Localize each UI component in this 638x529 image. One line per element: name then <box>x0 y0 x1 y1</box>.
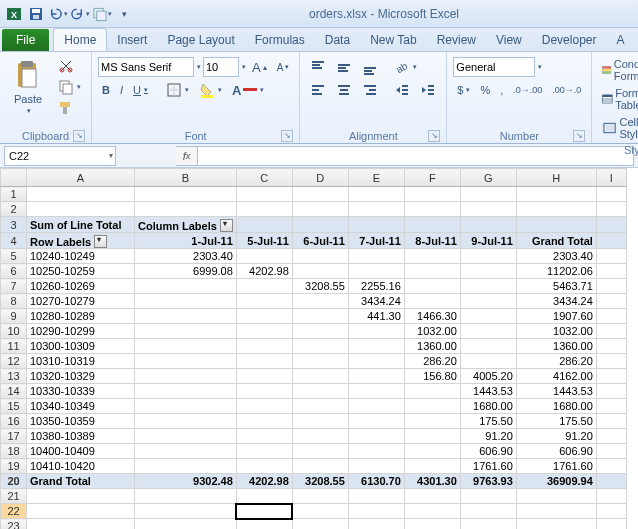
cell[interactable]: 10410-10420 <box>27 459 135 474</box>
increase-decimal-button[interactable]: .0→.00 <box>509 80 546 100</box>
cut-button[interactable] <box>54 56 85 76</box>
cell[interactable]: 7-Jul-11 <box>348 233 404 249</box>
cell[interactable] <box>348 414 404 429</box>
worksheet-grid[interactable]: A B C D E F G H I 123Sum of Line TotalCo… <box>0 168 638 529</box>
cell[interactable] <box>292 489 348 504</box>
cell[interactable] <box>292 324 348 339</box>
cell[interactable] <box>596 217 626 233</box>
cell[interactable] <box>292 459 348 474</box>
row-header[interactable]: 13 <box>1 369 27 384</box>
row-header[interactable]: 19 <box>1 459 27 474</box>
cell[interactable] <box>135 504 237 519</box>
cell[interactable] <box>292 294 348 309</box>
file-tab[interactable]: File <box>2 29 49 51</box>
cell[interactable] <box>516 519 596 530</box>
cell[interactable] <box>596 294 626 309</box>
cell[interactable]: 8-Jul-11 <box>404 233 460 249</box>
tab-view[interactable]: View <box>486 29 532 51</box>
cell[interactable]: 4005.20 <box>460 369 516 384</box>
cell[interactable]: 10260-10269 <box>27 279 135 294</box>
shrink-font-button[interactable]: A▾ <box>273 57 294 77</box>
cell[interactable]: 3434.24 <box>516 294 596 309</box>
cell[interactable] <box>404 384 460 399</box>
cell[interactable]: 2303.40 <box>135 249 237 264</box>
cell[interactable] <box>236 309 292 324</box>
column-filter-button[interactable] <box>220 219 233 232</box>
cell[interactable] <box>460 324 516 339</box>
cell[interactable] <box>292 354 348 369</box>
cell[interactable] <box>404 504 460 519</box>
clipboard-launcher[interactable]: ↘ <box>73 130 85 142</box>
cell[interactable] <box>292 429 348 444</box>
col-header-B[interactable]: B <box>135 169 237 187</box>
cell[interactable]: 1360.00 <box>404 339 460 354</box>
cell[interactable]: 10290-10299 <box>27 324 135 339</box>
cell[interactable]: 10320-10329 <box>27 369 135 384</box>
decrease-indent-button[interactable] <box>390 80 414 100</box>
cell[interactable] <box>135 354 237 369</box>
cell[interactable] <box>460 202 516 217</box>
row-header[interactable]: 18 <box>1 444 27 459</box>
cell[interactable]: 1032.00 <box>516 324 596 339</box>
cell-styles-button[interactable]: Cell Styles▾ <box>598 114 638 142</box>
cell[interactable] <box>404 519 460 530</box>
row-header[interactable]: 12 <box>1 354 27 369</box>
cell[interactable] <box>236 249 292 264</box>
tab-page-layout[interactable]: Page Layout <box>157 29 244 51</box>
cell[interactable]: 11202.06 <box>516 264 596 279</box>
cell[interactable] <box>135 519 237 530</box>
decrease-decimal-button[interactable]: .00→.0 <box>548 80 585 100</box>
align-right-button[interactable] <box>358 80 382 100</box>
cell[interactable] <box>404 249 460 264</box>
cell[interactable] <box>460 309 516 324</box>
select-all-corner[interactable] <box>1 169 27 187</box>
cell[interactable] <box>404 217 460 233</box>
row-header[interactable]: 16 <box>1 414 27 429</box>
cell[interactable]: 10250-10259 <box>27 264 135 279</box>
cell[interactable]: 4162.00 <box>516 369 596 384</box>
col-header-I[interactable]: I <box>596 169 626 187</box>
cell[interactable]: 4202.98 <box>236 264 292 279</box>
cell[interactable] <box>292 399 348 414</box>
cell[interactable] <box>404 187 460 202</box>
qat-customize[interactable]: ▾ <box>114 4 134 24</box>
cell[interactable] <box>236 339 292 354</box>
cell[interactable] <box>596 369 626 384</box>
cell[interactable]: 10310-10319 <box>27 354 135 369</box>
cell[interactable] <box>516 202 596 217</box>
cell[interactable]: 10330-10339 <box>27 384 135 399</box>
align-left-button[interactable] <box>306 80 330 100</box>
row-header[interactable]: 20 <box>1 474 27 489</box>
percent-button[interactable]: % <box>476 80 494 100</box>
cell[interactable]: 10280-10289 <box>27 309 135 324</box>
cell[interactable] <box>460 519 516 530</box>
paste-button[interactable]: Paste ▾ <box>6 54 50 120</box>
cell[interactable] <box>135 339 237 354</box>
orientation-button[interactable]: ab▾ <box>390 57 421 77</box>
cell[interactable]: 175.50 <box>516 414 596 429</box>
cell[interactable] <box>135 202 237 217</box>
cell[interactable] <box>292 339 348 354</box>
col-header-F[interactable]: F <box>404 169 460 187</box>
cell[interactable]: 1032.00 <box>404 324 460 339</box>
cell[interactable]: 156.80 <box>404 369 460 384</box>
cell[interactable]: 10340-10349 <box>27 399 135 414</box>
cell[interactable] <box>348 354 404 369</box>
row-header[interactable]: 23 <box>1 519 27 530</box>
grow-font-button[interactable]: A▴ <box>248 57 271 77</box>
cell[interactable]: 1443.53 <box>460 384 516 399</box>
cell[interactable] <box>348 202 404 217</box>
cell[interactable] <box>292 504 348 519</box>
row-header[interactable]: 5 <box>1 249 27 264</box>
cell[interactable] <box>596 489 626 504</box>
conditional-formatting-button[interactable]: Conditional Formattin <box>598 56 638 84</box>
cell[interactable] <box>596 399 626 414</box>
cell[interactable] <box>460 264 516 279</box>
row-header[interactable]: 22 <box>1 504 27 519</box>
cell[interactable] <box>236 384 292 399</box>
cell[interactable] <box>596 249 626 264</box>
cell[interactable] <box>348 264 404 279</box>
cell[interactable] <box>292 384 348 399</box>
cell[interactable]: 10270-10279 <box>27 294 135 309</box>
cell[interactable] <box>516 187 596 202</box>
